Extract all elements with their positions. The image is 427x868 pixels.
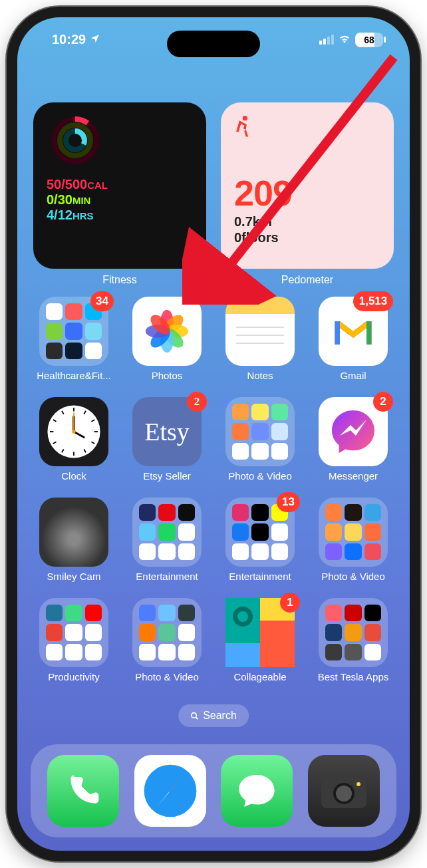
app-entertainment[interactable]: 13Entertainment [219,498,301,582]
search-label: Search [203,710,237,722]
app-label: Photo & Video [135,671,199,682]
notification-badge: 13 [277,492,300,512]
activity-rings-icon [51,116,100,165]
cellular-signal-icon [319,35,334,45]
svg-point-34 [237,611,248,622]
notification-badge: 1 [280,593,300,613]
search-button[interactable]: Search [178,704,249,727]
camera-app[interactable] [308,755,380,827]
pedometer-distance: 0.7km [234,214,380,229]
app-collageable[interactable]: 1Collageable [219,598,301,682]
home-screen[interactable]: 10:29 68 50/ [17,17,410,851]
app-label: Entertainment [136,571,198,582]
app-smiley-cam[interactable]: Smiley Cam [33,498,114,582]
notification-badge: 2 [373,392,393,412]
app-clock[interactable]: Clock [33,397,114,482]
messages-app[interactable] [221,755,293,827]
collageable-app-icon[interactable]: 1 [225,598,295,667]
app-label: Entertainment [229,571,291,582]
gmail-app-icon[interactable]: 1,513 [319,297,388,366]
status-time: 10:29 [52,32,86,47]
app-etsy-seller[interactable]: 2EtsyEtsy Seller [126,397,208,482]
etsy-app-icon[interactable]: 2Etsy [132,397,202,466]
app-label: Photo & Video [321,571,385,582]
svg-rect-44 [336,774,352,782]
pedometer-widget-label: Pedometer [221,274,394,286]
step-count: 209 [234,172,380,214]
folder-icon[interactable]: 34 [39,297,108,366]
app-entertainment[interactable]: Entertainment [126,498,208,582]
app-label: Photos [152,370,183,381]
svg-point-30 [72,430,75,433]
dynamic-island[interactable] [167,31,260,57]
app-gmail[interactable]: 1,513Gmail [313,297,394,381]
safari-app[interactable] [134,755,206,827]
app-label: Etsy Seller [143,470,191,482]
app-label: Productivity [48,671,100,682]
clock-app-icon[interactable] [39,397,108,466]
app-photo-video[interactable]: Photo & Video [219,397,301,482]
smiley-cam-app-icon[interactable] [39,498,108,567]
phone-frame: 10:29 68 50/ [7,7,420,861]
app-productivity[interactable]: Productivity [33,598,114,682]
app-grid: 34Healthcare&Fit...PhotosNotes1,513Gmail… [33,297,394,682]
app-notes[interactable]: Notes [219,297,301,381]
location-services-icon [90,32,100,47]
folder-icon[interactable] [319,598,388,667]
notes-app-icon[interactable] [225,297,295,366]
svg-rect-37 [225,643,260,667]
app-label: Healthcare&Fit... [37,370,111,381]
app-label: Photo & Video [228,470,292,482]
notification-badge: 34 [90,291,114,311]
app-photo-video[interactable]: Photo & Video [313,498,394,582]
notification-badge: 2 [187,392,207,412]
app-label: Clock [61,470,86,482]
fitness-widget-label: Fitness [33,274,206,286]
folder-icon[interactable]: 13 [225,498,295,567]
notification-badge: 1,513 [353,291,393,311]
app-label: Best Tesla Apps [318,671,388,682]
walking-icon [234,116,380,143]
folder-icon[interactable] [132,498,202,567]
folder-icon[interactable] [319,498,388,567]
fitness-stats: 50/500CAL 0/30MIN 4/12HRS [47,177,193,223]
app-photo-video[interactable]: Photo & Video [126,598,208,682]
pedometer-widget[interactable]: 209 0.7km 0floors [221,102,394,269]
app-label: Notes [247,370,273,381]
svg-point-5 [243,116,247,120]
app-photos[interactable]: Photos [126,297,208,381]
phone-app[interactable] [47,755,119,827]
app-label: Messenger [329,470,378,482]
app-healthcare-fit-[interactable]: 34Healthcare&Fit... [33,297,114,381]
folder-icon[interactable] [39,598,108,667]
widgets-row: 50/500CAL 0/30MIN 4/12HRS 209 0.7km 0flo… [33,102,394,269]
folder-icon[interactable] [225,397,295,466]
folder-icon[interactable] [132,598,202,667]
svg-point-38 [192,712,197,718]
svg-rect-36 [260,621,295,667]
app-label: Gmail [340,370,366,381]
fitness-widget[interactable]: 50/500CAL 0/30MIN 4/12HRS [33,102,206,269]
app-label: Collageable [233,671,286,682]
app-messenger[interactable]: 2Messenger [313,397,394,482]
app-best-tesla-apps[interactable]: Best Tesla Apps [313,598,394,682]
messenger-app-icon[interactable]: 2 [319,397,388,466]
wifi-icon [338,32,351,47]
app-label: Smiley Cam [47,571,101,582]
photos-app-icon[interactable] [132,297,202,366]
svg-point-46 [336,786,352,801]
pedometer-floors: 0floors [234,229,380,245]
svg-point-47 [356,782,360,786]
dock [31,744,396,837]
battery-indicator: 68 [355,33,383,47]
